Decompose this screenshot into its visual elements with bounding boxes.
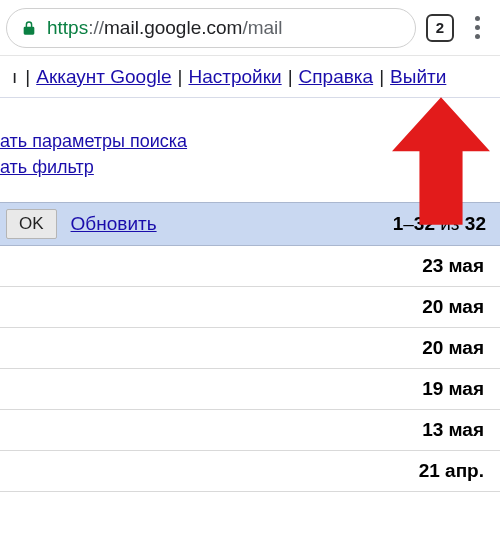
- pagination-label: 1–32 из 32: [393, 213, 486, 235]
- mail-date: 20 мая: [422, 337, 484, 359]
- toplinks-divider: |: [288, 66, 293, 88]
- omnibox[interactable]: https://mail.google.com/mail: [6, 8, 416, 48]
- signout-link[interactable]: Выйти: [390, 66, 446, 88]
- mail-row[interactable]: 19 мая: [0, 369, 500, 410]
- mail-list: 23 мая 20 мая 20 мая 19 мая 13 мая 21 ап…: [0, 246, 500, 492]
- toplinks-divider: |: [25, 66, 30, 88]
- menu-dots-icon[interactable]: [464, 16, 490, 39]
- toplinks-divider: |: [379, 66, 384, 88]
- mail-toolbar: OK Обновить 1–32 из 32: [0, 202, 500, 246]
- account-link[interactable]: Аккаунт Google: [36, 66, 171, 88]
- help-link[interactable]: Справка: [299, 66, 374, 88]
- top-links-bar: ı | Аккаунт Google | Настройки | Справка…: [0, 56, 500, 98]
- refresh-link[interactable]: Обновить: [71, 213, 157, 235]
- create-filter-link[interactable]: ать фильтр: [0, 154, 500, 180]
- mail-date: 21 апр.: [419, 460, 484, 482]
- mail-row[interactable]: 20 мая: [0, 328, 500, 369]
- mail-row[interactable]: 20 мая: [0, 287, 500, 328]
- mail-row[interactable]: 21 апр.: [0, 451, 500, 492]
- search-options: ать параметры поиска ать фильтр: [0, 98, 500, 202]
- url-sep: ://: [88, 17, 104, 39]
- mail-date: 13 мая: [422, 419, 484, 441]
- browser-address-bar: https://mail.google.com/mail 2: [0, 0, 500, 56]
- mail-row[interactable]: 13 мая: [0, 410, 500, 451]
- toplinks-prefix: ı: [12, 66, 17, 88]
- url-path: /mail: [242, 17, 282, 39]
- url-host: mail.google.com: [104, 17, 242, 39]
- page-of: из: [435, 213, 465, 234]
- mail-date: 23 мая: [422, 255, 484, 277]
- mail-date: 20 мая: [422, 296, 484, 318]
- settings-link[interactable]: Настройки: [188, 66, 281, 88]
- page-total: 32: [465, 213, 486, 234]
- page-to: 32: [414, 213, 435, 234]
- page-from: 1: [393, 213, 404, 234]
- ok-button[interactable]: OK: [6, 209, 57, 239]
- toplinks-divider: |: [178, 66, 183, 88]
- tab-count-value: 2: [436, 19, 444, 36]
- tab-count-button[interactable]: 2: [426, 14, 454, 42]
- show-search-params-link[interactable]: ать параметры поиска: [0, 128, 500, 154]
- mail-row[interactable]: 23 мая: [0, 246, 500, 287]
- lock-icon: [21, 18, 37, 38]
- url-scheme: https: [47, 17, 88, 39]
- mail-date: 19 мая: [422, 378, 484, 400]
